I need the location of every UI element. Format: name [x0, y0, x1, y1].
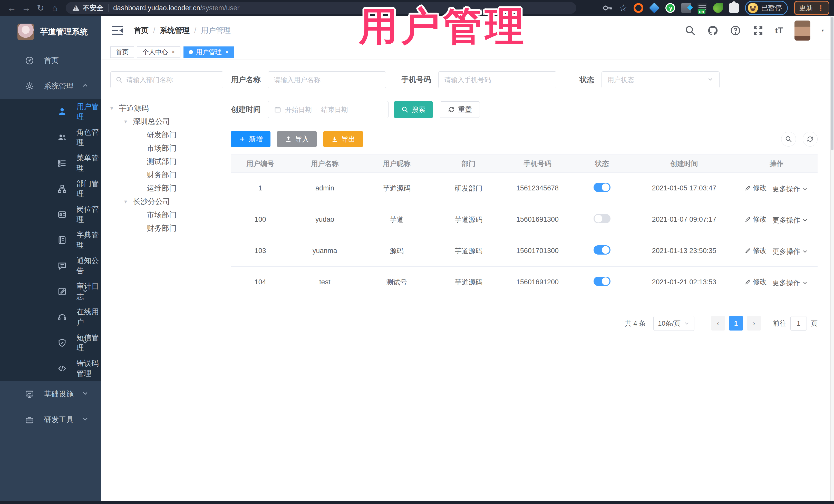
tree-node-芋道源码[interactable]: ▾芋道源码 [110, 102, 223, 115]
profile-paused-chip[interactable]: 已暂停 [745, 1, 788, 15]
date-range-picker[interactable]: 开始日期 - 结束日期 [268, 101, 389, 118]
status-select-field[interactable] [608, 76, 705, 84]
cell-nickname: 芋道 [360, 204, 434, 235]
toggle-search-button[interactable] [781, 132, 796, 147]
sidebar-item-在线用户[interactable]: 在线用户 [0, 304, 101, 330]
add-button[interactable]: 新增 [231, 131, 270, 147]
extension-ubuntu-icon[interactable] [634, 3, 643, 13]
browser-menu-icon[interactable]: ⋮ [817, 6, 825, 10]
edit-link[interactable]: 修改 [745, 183, 767, 193]
sidebar-item-用户管理[interactable]: 用户管理 [0, 99, 101, 125]
prev-page-button[interactable]: ‹ [711, 316, 725, 330]
key-icon[interactable] [602, 2, 613, 14]
browser-home-icon[interactable]: ⌂ [48, 3, 62, 13]
sidebar-item-审计日志[interactable]: 审计日志 [0, 279, 101, 304]
browser-forward-icon[interactable]: → [19, 3, 34, 13]
close-icon[interactable]: × [225, 49, 229, 56]
department-search-field[interactable] [126, 76, 218, 84]
avatar-caret-icon[interactable]: ▾ [822, 28, 824, 33]
tag-tab-个人中心[interactable]: 个人中心× [137, 46, 180, 58]
tree-node-研发部门[interactable]: 研发部门 [110, 128, 223, 141]
sidebar-item-通知公告[interactable]: 通知公告 [0, 253, 101, 279]
extension-gem-icon[interactable] [649, 3, 660, 13]
github-icon[interactable] [707, 25, 719, 36]
edit-link[interactable]: 修改 [745, 277, 767, 286]
user-avatar[interactable] [794, 21, 810, 41]
sidebar-item-首页[interactable]: 首页 [0, 48, 101, 73]
tree-node-运维部门[interactable]: 运维部门 [110, 182, 223, 195]
address-bar[interactable]: 不安全 dashboard.yudao.iocoder.cn/system/us… [66, 2, 576, 14]
more-actions-link[interactable]: 更多操作 [772, 184, 808, 194]
fullscreen-icon[interactable] [752, 25, 764, 36]
page-size-select[interactable]: 10条/页 [653, 316, 695, 331]
browser-reload-icon[interactable]: ↻ [34, 3, 48, 13]
update-button[interactable]: 更新 ⋮ [794, 1, 829, 15]
tag-tab-首页[interactable]: 首页 [110, 46, 134, 58]
refresh-table-button[interactable] [803, 132, 817, 147]
sidebar-item-部门管理[interactable]: 部门管理 [0, 176, 101, 202]
breadcrumb-system[interactable]: 系统管理 [160, 25, 190, 36]
tree-node-市场部门[interactable]: 市场部门 [110, 141, 223, 155]
status-toggle[interactable] [594, 214, 611, 223]
collapse-sidebar-icon[interactable] [112, 26, 123, 35]
sidebar-item-短信管理[interactable]: 短信管理 [0, 330, 101, 356]
sidebar-item-基础设施[interactable]: 基础设施 [0, 381, 101, 407]
status-toggle[interactable] [594, 277, 611, 286]
status-toggle[interactable] [594, 183, 611, 192]
tree-expand-caret-icon[interactable]: ▾ [110, 105, 119, 112]
scrollbar-thumb[interactable] [831, 17, 833, 150]
tree-expand-caret-icon[interactable]: ▾ [124, 118, 133, 125]
date-start-placeholder[interactable]: 开始日期 [285, 105, 312, 114]
sidebar-item-岗位管理[interactable]: 岗位管理 [0, 202, 101, 227]
tree-node-市场部门[interactable]: 市场部门 [110, 209, 223, 222]
username-field[interactable] [274, 76, 380, 84]
edit-link[interactable]: 修改 [745, 215, 767, 224]
sidebar-item-菜单管理[interactable]: 菜单管理 [0, 150, 101, 176]
search-button[interactable]: 搜索 [394, 101, 433, 118]
import-button[interactable]: 导入 [277, 131, 317, 147]
department-search-input[interactable] [110, 71, 223, 88]
status-select[interactable] [601, 71, 720, 88]
bookmark-star-icon[interactable]: ☆ [619, 3, 628, 13]
breadcrumb-home[interactable]: 首页 [134, 25, 149, 36]
sidebar-item-研发工具[interactable]: 研发工具 [0, 407, 101, 433]
sidebar-item-字典管理[interactable]: 字典管理 [0, 227, 101, 253]
sidebar-item-系统管理[interactable]: 系统管理 [0, 73, 101, 99]
tree-node-财务部门[interactable]: 财务部门 [110, 168, 223, 182]
extension-y-icon[interactable] [665, 3, 675, 13]
date-end-placeholder[interactable]: 结束日期 [321, 105, 348, 114]
tree-expand-caret-icon[interactable]: ▾ [124, 198, 133, 205]
header-search-icon[interactable] [685, 25, 696, 36]
tree-node-财务部门[interactable]: 财务部门 [110, 222, 223, 235]
font-size-icon[interactable]: tT [775, 25, 783, 36]
extension-switch-on-icon[interactable] [697, 3, 707, 13]
tree-node-深圳总公司[interactable]: ▾深圳总公司 [110, 115, 223, 128]
goto-page-input[interactable] [790, 316, 807, 330]
export-button[interactable]: 导出 [323, 131, 363, 147]
page-scrollbar[interactable] [830, 16, 834, 501]
extensions-puzzle-icon[interactable] [729, 3, 739, 13]
extension-leaf-icon[interactable] [713, 3, 723, 13]
status-toggle[interactable] [594, 245, 611, 255]
tag-tab-用户管理[interactable]: 用户管理× [183, 46, 234, 58]
app-logo-row[interactable]: 芋道管理系统 [0, 16, 101, 48]
mobile-field[interactable] [444, 76, 550, 84]
page-number-1[interactable]: 1 [729, 316, 743, 330]
username-input[interactable] [268, 71, 386, 88]
tree-node-测试部门[interactable]: 测试部门 [110, 155, 223, 168]
mobile-input[interactable] [438, 71, 556, 88]
more-actions-link[interactable]: 更多操作 [772, 216, 808, 225]
tree-node-长沙分公司[interactable]: ▾长沙分公司 [110, 195, 223, 209]
next-page-button[interactable]: › [747, 316, 761, 330]
help-icon[interactable] [730, 25, 741, 36]
extension-grid-icon[interactable] [681, 3, 691, 13]
browser-back-icon[interactable]: ← [5, 3, 19, 13]
reset-button[interactable]: 重置 [440, 101, 480, 118]
close-icon[interactable]: × [172, 49, 175, 56]
org-tree-icon [57, 184, 67, 194]
more-actions-link[interactable]: 更多操作 [772, 247, 808, 256]
sidebar-item-角色管理[interactable]: 角色管理 [0, 125, 101, 150]
sidebar-item-错误码管理[interactable]: 错误码管理 [0, 356, 101, 381]
edit-link[interactable]: 修改 [745, 246, 767, 255]
more-actions-link[interactable]: 更多操作 [772, 278, 808, 287]
